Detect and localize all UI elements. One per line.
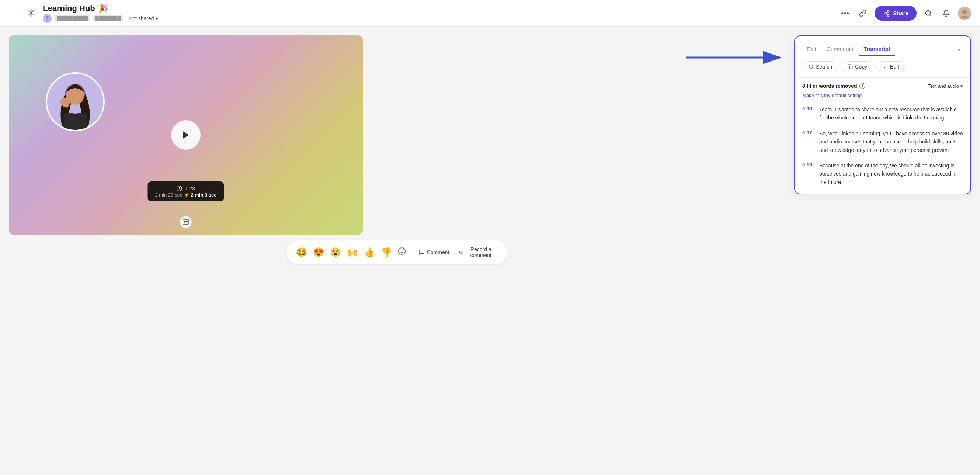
transcript-text-2: Because at the end of the day, we should… <box>819 161 963 186</box>
filler-words-banner: 8 filler words removed ℹ Text and audio … <box>795 78 970 91</box>
not-shared-chevron-icon: ▾ <box>156 16 158 21</box>
avatar-small-1 <box>43 14 52 23</box>
record-label: Record a comment <box>466 246 496 258</box>
transcript-text-1: So, with LinkedIn Learning, you'll have … <box>819 129 963 154</box>
timestamp-1[interactable]: 0:07 <box>802 129 814 135</box>
header: ☰ ✳ Learning Hub 🎉 ██████████ ████████ <box>0 0 980 27</box>
emoji-add-button[interactable] <box>397 246 407 258</box>
text-audio-label: Text and audio <box>928 83 959 89</box>
emoji-thumbsup[interactable]: 👍 <box>363 246 376 258</box>
video-player[interactable]: 1.2× 2 min 28 sec ⚡ 2 min 3 sec <box>9 35 363 234</box>
not-shared-label: Not shared <box>129 16 154 21</box>
header-title-group: Learning Hub 🎉 ██████████ ████████ Not s… <box>43 4 161 23</box>
svg-marker-18 <box>183 131 189 139</box>
svg-rect-20 <box>183 220 189 224</box>
not-shared-button[interactable]: Not shared ▾ <box>126 15 161 22</box>
svg-point-2 <box>842 12 843 14</box>
search-button[interactable] <box>923 7 934 19</box>
speed-label: 1.2× <box>176 185 196 191</box>
transcript-entry: 0:07So, with LinkedIn Learning, you'll h… <box>802 129 963 154</box>
speed-badge: 1.2× 2 min 28 sec ⚡ 2 min 3 sec <box>148 182 224 201</box>
svg-point-1 <box>46 16 49 19</box>
panel-tabs-left: Edit Comments Transcript <box>802 43 895 56</box>
header-right: Share <box>839 6 971 21</box>
svg-rect-31 <box>850 66 853 69</box>
header-left: ☰ ✳ Learning Hub 🎉 ██████████ ████████ <box>9 4 161 23</box>
timestamp-2[interactable]: 0:19 <box>802 161 814 167</box>
user-avatar[interactable] <box>958 6 971 20</box>
logo-icon: ✳ <box>24 6 38 21</box>
tab-transcript[interactable]: Transcript <box>859 43 895 56</box>
new-duration: 2 min 3 sec <box>191 192 216 198</box>
edit-label: Edit <box>890 64 899 70</box>
reaction-bar: 😂 😍 😮 🙌 👍 👎 Com <box>286 241 508 264</box>
filler-info-icon[interactable]: ℹ <box>859 83 865 89</box>
speed-time: 2 min 28 sec ⚡ 2 min 3 sec <box>155 192 216 198</box>
default-setting-link[interactable]: Make this my default setting <box>795 91 970 102</box>
emoji-love[interactable]: 😍 <box>312 246 325 258</box>
svg-point-4 <box>847 12 849 14</box>
comment-button[interactable]: Comment <box>416 248 452 257</box>
logo-asterisk: ✳ <box>27 7 35 19</box>
text-audio-dropdown[interactable]: Text and audio ▾ <box>928 83 963 89</box>
filler-words-left: 8 filler words removed ℹ <box>802 83 865 89</box>
expand-panel-button[interactable]: » <box>954 43 963 55</box>
play-button[interactable] <box>171 120 200 150</box>
main-layout: 1.2× 2 min 28 sec ⚡ 2 min 3 sec 😂 😍 <box>0 27 980 475</box>
copy-label: Copy <box>855 64 867 70</box>
svg-point-12 <box>962 10 967 14</box>
arrow-indicator <box>682 43 793 72</box>
transcript-edit-button[interactable]: Edit <box>877 61 905 72</box>
transcript-entry: 0:19Because at the end of the day, we sh… <box>802 161 963 186</box>
title-emoji: 🎉 <box>98 4 108 13</box>
title-text: Learning Hub <box>43 4 95 13</box>
video-section: 1.2× 2 min 28 sec ⚡ 2 min 3 sec 😂 😍 <box>9 35 785 475</box>
svg-line-8 <box>886 11 888 13</box>
captions-button[interactable] <box>180 216 192 228</box>
meta-text-1: ██████████ <box>54 16 90 21</box>
header-meta: ██████████ ████████ Not shared ▾ <box>43 14 161 23</box>
tab-edit[interactable]: Edit <box>802 43 821 56</box>
share-label: Share <box>893 10 908 16</box>
search-label: Search <box>816 64 832 70</box>
svg-point-3 <box>844 12 846 14</box>
share-button[interactable]: Share <box>875 6 916 21</box>
menu-button[interactable]: ☰ <box>9 7 19 19</box>
original-duration: 2 min 28 sec <box>155 192 182 198</box>
emoji-laugh[interactable]: 😂 <box>295 246 308 258</box>
speed-multiplier: 1.2× <box>185 185 196 191</box>
chevron-down-icon: ▾ <box>961 83 963 89</box>
comment-label: Comment <box>427 249 449 255</box>
svg-marker-28 <box>462 252 463 253</box>
record-comment-button[interactable]: Record a comment <box>457 245 499 260</box>
transcript-copy-button[interactable]: Copy <box>842 61 873 72</box>
tab-comments[interactable]: Comments <box>822 43 858 56</box>
link-button[interactable] <box>857 7 869 19</box>
more-options-button[interactable] <box>839 10 851 16</box>
transcript-entry: 0:00Team. I wanted to share out a new re… <box>802 105 963 122</box>
filler-words-label: 8 filler words removed <box>802 83 857 89</box>
lightning-icon: ⚡ <box>184 192 189 198</box>
svg-rect-29 <box>460 251 462 253</box>
notifications-button[interactable] <box>940 7 952 19</box>
timestamp-0[interactable]: 0:00 <box>802 105 814 112</box>
emoji-thumbsdown[interactable]: 👎 <box>380 246 393 258</box>
divider <box>411 248 412 257</box>
emoji-celebrate[interactable]: 🙌 <box>346 246 359 258</box>
emoji-surprised[interactable]: 😮 <box>329 246 342 258</box>
meta-text-2: ████████ <box>93 16 123 21</box>
page-title: Learning Hub 🎉 <box>43 4 161 13</box>
svg-line-9 <box>886 14 888 15</box>
panel-actions: Search Copy Edit <box>795 56 970 78</box>
panel-tabs: Edit Comments Transcript » <box>795 36 970 56</box>
presenter-avatar <box>46 72 105 131</box>
transcript-content: 0:00Team. I wanted to share out a new re… <box>795 102 970 194</box>
transcript-search-button[interactable]: Search <box>802 61 838 72</box>
transcript-panel: Edit Comments Transcript » Search Copy <box>794 35 971 194</box>
transcript-text-0: Team. I wanted to share out a new resour… <box>819 105 963 122</box>
